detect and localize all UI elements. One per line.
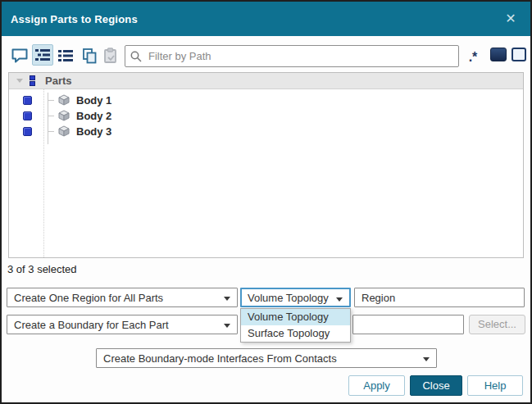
interfaces-mode-value: Create Boundary-mode Interfaces From Con… (103, 352, 337, 365)
chevron-down-icon (224, 324, 230, 328)
checkbox-checked-icon[interactable] (23, 111, 32, 120)
topology-dropdown-list: Volume Topology Surface Topology (240, 308, 351, 343)
tree-item-body-2[interactable]: Body 2 (9, 108, 523, 124)
topology-select[interactable]: Volume Topology (240, 288, 351, 307)
chevron-down-icon (224, 297, 230, 301)
comment-button[interactable] (9, 45, 30, 66)
region-mode-value: Create One Region for All Parts (14, 292, 163, 304)
close-icon[interactable]: ✕ (501, 9, 521, 29)
tree-view-icon (35, 48, 50, 61)
dialog-title: Assign Parts to Regions (2, 13, 138, 25)
help-button[interactable]: Help (467, 375, 523, 396)
list-view-icon (58, 49, 73, 62)
title-bar: Assign Parts to Regions ✕ (2, 2, 530, 36)
solid-body-icon (56, 94, 72, 107)
chevron-down-icon (336, 297, 343, 302)
option-volume-topology[interactable]: Volume Topology (241, 309, 350, 325)
interfaces-mode-select[interactable]: Create Boundary-mode Interfaces From Con… (96, 348, 437, 368)
checkbox-checked-icon[interactable] (23, 127, 32, 136)
boundary-name-input[interactable] (352, 315, 464, 334)
copy-icon (81, 48, 98, 64)
apply-button[interactable]: Apply (348, 375, 405, 396)
region-mode-select[interactable]: Create One Region for All Parts (7, 288, 238, 307)
assign-parts-to-regions-dialog: Assign Parts to Regions ✕ (0, 0, 532, 404)
paste-icon (103, 48, 118, 64)
solid-body-icon (56, 125, 72, 138)
checkbox-checked-icon[interactable] (23, 96, 32, 105)
comment-icon (11, 48, 29, 64)
boundary-mode-select[interactable]: Create a Boundary for Each Part (7, 315, 238, 334)
close-button[interactable]: Close (410, 375, 462, 396)
topology-value: Volume Topology (248, 292, 329, 304)
solid-body-icon (56, 110, 72, 123)
filter-input[interactable] (147, 49, 453, 63)
tree-item-body-3[interactable]: Body 3 (9, 124, 523, 139)
chevron-down-icon[interactable] (16, 79, 23, 83)
option-surface-topology[interactable]: Surface Topology (241, 325, 350, 342)
deselect-all-icon[interactable] (512, 48, 526, 61)
tree-root-label: Parts (45, 75, 72, 87)
tree-item-label: Body 2 (76, 110, 111, 122)
parts-tree-panel: Parts Body 1 (8, 72, 524, 258)
select-button[interactable]: Select... (469, 315, 525, 334)
selection-summary: 3 of 3 selected (7, 263, 77, 275)
chevron-down-icon (423, 357, 430, 361)
regex-toggle-button[interactable]: .* (462, 45, 484, 66)
tree-item-label: Body 1 (76, 94, 111, 107)
list-view-button[interactable] (55, 45, 76, 66)
region-name-input[interactable] (354, 288, 525, 307)
tree-root-row[interactable]: Parts (9, 73, 523, 89)
filter-field-wrap (125, 45, 459, 67)
tree-view-button[interactable] (32, 44, 53, 66)
search-icon (130, 51, 142, 62)
parts-root-icon (30, 75, 35, 86)
tree-item-label: Body 3 (76, 125, 111, 138)
paste-button[interactable] (100, 45, 121, 66)
boundary-mode-value: Create a Boundary for Each Part (14, 319, 169, 331)
copy-button[interactable] (79, 45, 100, 66)
tree-item-body-1[interactable]: Body 1 (9, 93, 523, 108)
select-all-icon[interactable] (490, 48, 507, 61)
